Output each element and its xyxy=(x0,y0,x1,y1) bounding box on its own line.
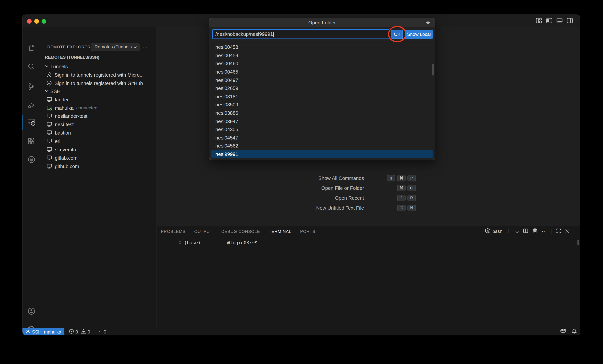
terminal-profile-dropdown[interactable] xyxy=(515,228,519,235)
minimize-window-button[interactable] xyxy=(34,19,39,24)
list-item[interactable]: nesi00459 xyxy=(209,51,435,59)
remote-explorer-sidebar: REMOTE EXPLORER Remotes (Tunnels ⋯ REMOT… xyxy=(40,27,156,328)
list-item[interactable]: nesi03181 xyxy=(209,93,435,101)
terminal-shell-selector[interactable]: $ bash xyxy=(485,228,502,235)
tree-group-tunnels[interactable]: Tunnels xyxy=(40,62,156,70)
sidebar-more-actions-button[interactable]: ⋯ xyxy=(141,43,150,51)
dialog-input-row: /nesi/nobackup/nesi99991 OK Show Local xyxy=(209,27,435,42)
toggle-secondary-sidebar-icon[interactable] xyxy=(567,18,573,23)
list-item[interactable]: nesi04547 xyxy=(209,134,435,142)
sidebar-item-github[interactable] xyxy=(23,153,40,168)
tree-group-ssh[interactable]: SSH xyxy=(40,87,156,95)
source-control-icon xyxy=(27,82,35,92)
toggle-primary-sidebar-icon[interactable] xyxy=(546,18,552,23)
tree-item-bastion[interactable]: bastion xyxy=(40,129,156,137)
tree-item-signin-github[interactable]: Sign in to tunnels registered with GitHu… xyxy=(40,79,156,87)
list-item[interactable]: nesi04305 xyxy=(209,125,435,134)
github-icon xyxy=(46,81,52,86)
key-shift: ⇧ xyxy=(387,175,395,181)
dialog-title-bar[interactable]: Open Folder xyxy=(209,18,435,27)
dialog-title: Open Folder xyxy=(308,20,336,25)
eye-icon[interactable] xyxy=(425,19,431,27)
tab-ports[interactable]: PORTS xyxy=(300,226,315,236)
azure-icon xyxy=(46,72,52,77)
shortcut-label: New Untitled Text File xyxy=(157,205,364,211)
toggle-panel-icon[interactable] xyxy=(557,18,563,23)
tree-item-gitlab-com[interactable]: gitlab.com xyxy=(40,153,156,162)
tree-item-nesi-test[interactable]: nesi-test xyxy=(40,120,156,129)
sidebar-item-extensions[interactable] xyxy=(23,135,40,150)
tree-item-eri[interactable]: eri xyxy=(40,137,156,145)
list-item-selected[interactable]: nesi99991 xyxy=(211,150,433,158)
tree-item-label: Sign in to tunnels registered with GitHu… xyxy=(55,80,143,86)
list-scrollbar[interactable] xyxy=(432,64,434,75)
split-terminal-button[interactable] xyxy=(523,228,528,235)
copilot-icon[interactable] xyxy=(560,328,566,335)
customize-layout-icon[interactable] xyxy=(536,18,542,23)
more-actions-button[interactable]: ⋯ xyxy=(542,228,547,235)
list-item[interactable]: nesi03509 xyxy=(209,101,435,109)
connection-status-badge: connected xyxy=(76,105,97,111)
tab-terminal[interactable]: TERMINAL xyxy=(269,226,291,236)
zoom-window-button[interactable] xyxy=(42,19,46,24)
sidebar-item-run-debug[interactable] xyxy=(23,98,40,114)
list-item[interactable]: nesi03947 xyxy=(209,117,435,125)
tree-item-lander[interactable]: lander xyxy=(40,95,156,104)
vm-icon xyxy=(46,155,52,161)
tree-item-label: Tunnels xyxy=(50,63,68,69)
prompt-circle-icon xyxy=(179,241,181,244)
tree-item-nesilander-test[interactable]: nesilander-test xyxy=(40,112,156,120)
terminal-actions: $ bash ⋯ xyxy=(485,226,569,236)
text-cursor xyxy=(273,31,274,37)
remote-view-selector[interactable]: Remotes (Tunnels xyxy=(91,43,139,51)
kill-terminal-button[interactable] xyxy=(533,228,537,235)
remotes-section-header[interactable]: REMOTES (TUNNELS/SSH) xyxy=(45,55,99,59)
close-panel-button[interactable] xyxy=(565,228,569,235)
sidebar-item-remote-explorer[interactable] xyxy=(23,115,40,130)
tree-item-mahuika[interactable]: mahuika connected xyxy=(40,104,156,112)
list-item[interactable]: nesi03886 xyxy=(209,109,435,117)
accounts-button[interactable] xyxy=(23,304,40,319)
terminal-prompt: @login03:~$ xyxy=(227,240,257,246)
list-item[interactable]: nesi00460 xyxy=(209,59,435,68)
tree-item-signin-microsoft[interactable]: Sign in to tunnels registered with Micro… xyxy=(40,70,156,79)
close-window-button[interactable] xyxy=(27,19,32,24)
maximize-panel-button[interactable] xyxy=(556,228,561,235)
list-item[interactable]: nesi04562 xyxy=(209,142,435,150)
problems-status[interactable]: 0 0 xyxy=(69,328,90,335)
shortcut-label: Open Recent xyxy=(157,195,364,201)
vm-icon xyxy=(46,97,52,102)
tree-item-label: lander xyxy=(55,97,69,102)
list-item[interactable]: nesi00465 xyxy=(209,68,435,76)
status-bar-right xyxy=(560,328,577,335)
tab-problems[interactable]: PROBLEMS xyxy=(161,226,186,236)
sidebar-item-explorer[interactable] xyxy=(23,41,40,56)
new-terminal-button[interactable] xyxy=(507,228,511,235)
tree-item-simvemto[interactable]: simvemto xyxy=(40,145,156,153)
remote-view-selector-value: Remotes (Tunnels xyxy=(94,44,132,49)
tab-output[interactable]: OUTPUT xyxy=(194,226,212,236)
folder-path-input[interactable]: /nesi/nobackup/nesi99991 xyxy=(212,29,389,39)
radio-tower-icon xyxy=(97,329,102,335)
terminal-scrollbar[interactable] xyxy=(578,240,579,245)
sidebar-item-search[interactable] xyxy=(23,60,40,75)
error-count: 0 xyxy=(75,329,78,334)
tree-item-label: github.com xyxy=(55,163,79,169)
list-item[interactable]: nesi00497 xyxy=(209,76,435,84)
remote-indicator[interactable]: SSH: mahuika xyxy=(23,328,64,335)
key-cmd: ⌘ xyxy=(397,175,406,181)
activity-bar xyxy=(23,27,40,328)
sidebar-item-source-control[interactable] xyxy=(23,80,40,95)
forwarded-ports-count: 0 xyxy=(104,329,106,334)
tree-item-github-com[interactable]: github.com xyxy=(40,162,156,170)
key-ctrl: ^ xyxy=(397,195,406,201)
list-item[interactable]: nesi00458 xyxy=(209,43,435,51)
show-local-button[interactable]: Show Local xyxy=(405,30,433,39)
ports-status[interactable]: 0 xyxy=(97,328,106,335)
tab-debug-console[interactable]: DEBUG CONSOLE xyxy=(221,226,260,236)
ok-button[interactable]: OK xyxy=(392,30,403,39)
tree-item-label: bastion xyxy=(55,130,71,136)
bell-icon[interactable] xyxy=(572,328,577,335)
sidebar-title: REMOTE EXPLORER xyxy=(47,45,91,49)
list-item[interactable]: nesi02659 xyxy=(209,84,435,93)
